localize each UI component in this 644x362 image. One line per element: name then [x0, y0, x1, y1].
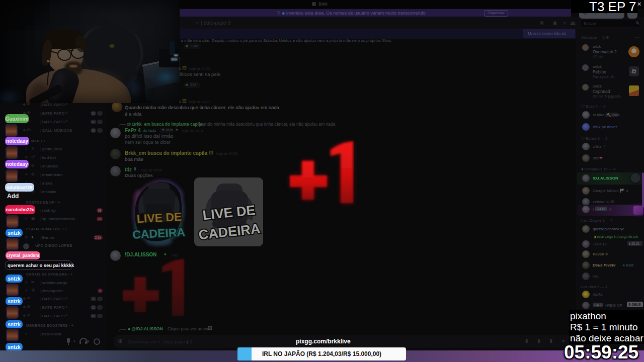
svg-text:LIVE DE: LIVE DE — [136, 210, 182, 226]
svg-text:CADEIRA: CADEIRA — [132, 225, 186, 241]
